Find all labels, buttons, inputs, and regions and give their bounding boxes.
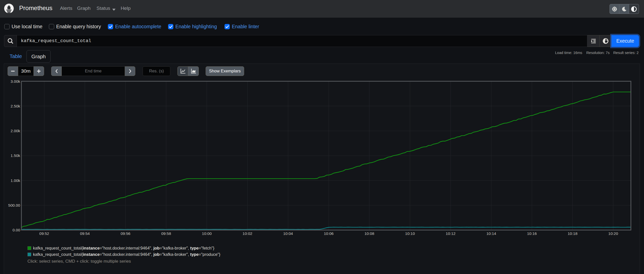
svg-text:09:52: 09:52	[39, 231, 49, 236]
svg-text:10:06: 10:06	[324, 231, 334, 236]
svg-text:09:54: 09:54	[80, 231, 90, 236]
svg-text:10:04: 10:04	[283, 231, 293, 236]
svg-text:0.00: 0.00	[13, 228, 20, 232]
svg-text:1.00k: 1.00k	[11, 178, 20, 183]
svg-text:1.50k: 1.50k	[11, 153, 20, 158]
svg-text:2.50k: 2.50k	[11, 104, 20, 108]
svg-text:10:16: 10:16	[527, 231, 537, 236]
svg-text:10:20: 10:20	[608, 231, 618, 236]
svg-text:500.00: 500.00	[8, 203, 20, 207]
svg-text:10:08: 10:08	[365, 231, 374, 236]
svg-text:09:58: 09:58	[161, 231, 171, 236]
svg-text:09:56: 09:56	[121, 231, 131, 236]
svg-text:10:00: 10:00	[202, 231, 212, 236]
svg-text:10:10: 10:10	[405, 231, 415, 236]
svg-text:10:18: 10:18	[568, 231, 577, 236]
svg-text:10:12: 10:12	[446, 231, 456, 236]
svg-text:10:02: 10:02	[243, 231, 252, 236]
svg-text:2.00k: 2.00k	[11, 129, 20, 133]
svg-text:3.00k: 3.00k	[11, 79, 20, 84]
svg-text:10:14: 10:14	[486, 231, 496, 236]
